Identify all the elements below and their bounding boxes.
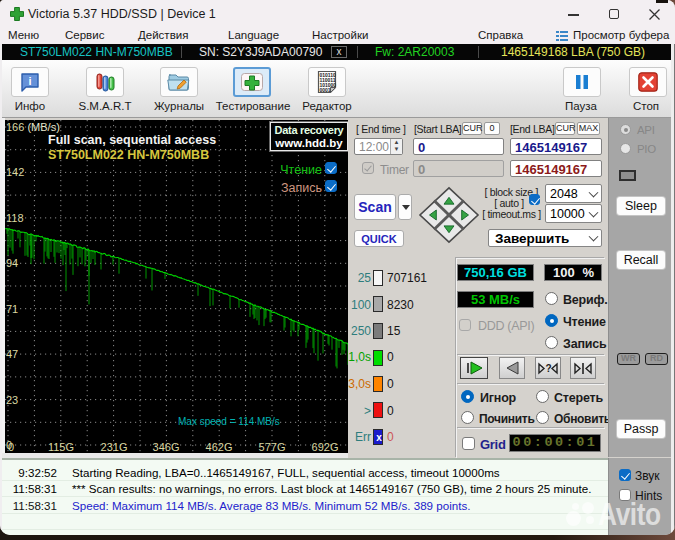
svg-text:0001: 0001 xyxy=(319,87,330,93)
svg-text:?: ? xyxy=(546,363,552,374)
svg-text:i: i xyxy=(28,75,31,87)
